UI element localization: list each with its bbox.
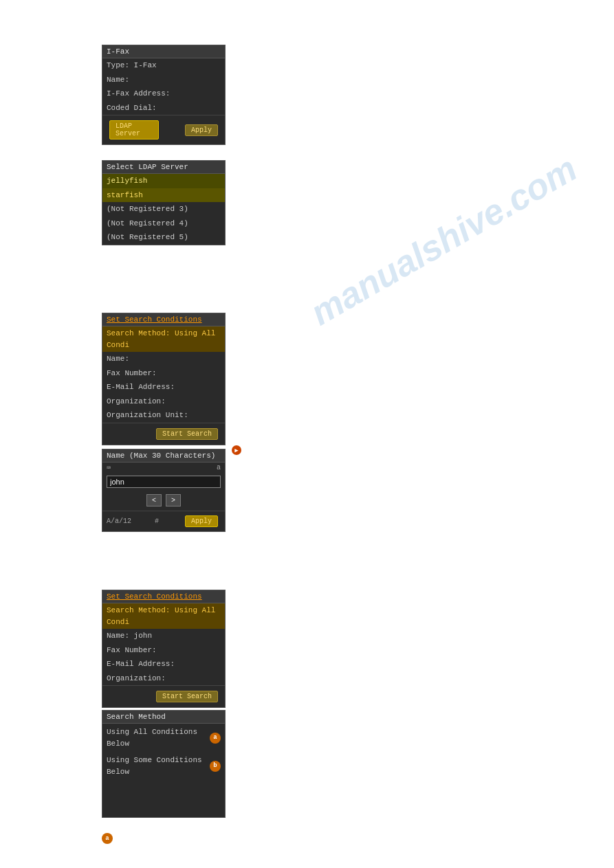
bottom-badge-a: a: [102, 833, 113, 844]
ifax-title: I-Fax: [102, 45, 225, 58]
search2-name[interactable]: Name: john: [102, 629, 225, 643]
search1-title-text: Set Search Conditions: [107, 315, 202, 324]
search1-email[interactable]: E-Mail Address:: [102, 380, 225, 394]
search2-email[interactable]: E-Mail Address:: [102, 657, 225, 671]
search1-method[interactable]: Search Method: Using All Condi: [102, 326, 225, 352]
hash-symbol: #: [155, 518, 159, 525]
ldap-item-3[interactable]: (Not Registered 3): [102, 202, 225, 216]
ifax-panel: I-Fax Type: I-Fax Name: I-Fax Address: C…: [102, 45, 226, 145]
ifax-address: I-Fax Address:: [102, 87, 225, 101]
apply-button-name[interactable]: Apply: [185, 515, 218, 527]
mode-indicator: a: [217, 464, 221, 472]
name-input-panel: Name (Max 30 Characters) ⌨ a < > A/a/12 …: [102, 449, 226, 532]
ldap-panel: Select LDAP Server jellyfish starfish (N…: [102, 160, 226, 245]
search2-fax[interactable]: Fax Number:: [102, 643, 225, 658]
method-item-all[interactable]: Using All Conditions Below a: [102, 724, 225, 752]
name-navigation-arrows: < >: [102, 490, 225, 511]
search-conditions-panel-2: Set Search Conditions Search Method: Usi…: [102, 590, 226, 708]
badge-a-method: a: [210, 733, 221, 744]
bottom-annotation: a: [102, 833, 113, 844]
badge-b-method: b: [210, 761, 221, 772]
next-arrow-button[interactable]: >: [166, 494, 181, 507]
search1-name[interactable]: Name:: [102, 352, 225, 366]
name-text-input[interactable]: [107, 476, 221, 488]
search1-org[interactable]: Organization:: [102, 394, 225, 409]
method-title: Search Method: [102, 711, 225, 724]
ifax-coded-dial: Coded Dial:: [102, 101, 225, 115]
ifax-name: Name:: [102, 73, 225, 87]
ldap-item-5[interactable]: (Not Registered 5): [102, 230, 225, 245]
method-empty-2: [102, 792, 225, 805]
ldap-item-4[interactable]: (Not Registered 4): [102, 216, 225, 231]
keyboard-icon: ⌨: [107, 464, 111, 472]
prev-arrow-button[interactable]: <: [146, 494, 162, 507]
search-method-panel: Search Method Using All Conditions Below…: [102, 710, 226, 818]
method-empty-3: [102, 805, 225, 817]
search2-method[interactable]: Search Method: Using All Condi: [102, 603, 225, 629]
arrow-indicator: ▶: [232, 445, 241, 455]
ldap-title: Select LDAP Server: [102, 161, 225, 174]
name-icons-row: ⌨ a: [102, 463, 225, 474]
start-search-button-1[interactable]: Start Search: [156, 428, 218, 440]
start-search-button-2[interactable]: Start Search: [156, 691, 218, 702]
method-empty-1: [102, 780, 225, 792]
ldap-item-jellyfish[interactable]: jellyfish: [102, 174, 225, 188]
ldap-item-starfish[interactable]: starfish: [102, 188, 225, 203]
input-mode-label: A/a/12: [107, 518, 131, 525]
search2-title: Set Search Conditions: [102, 590, 225, 603]
search1-org-unit[interactable]: Organization Unit:: [102, 408, 225, 423]
search-conditions-panel-1: Set Search Conditions Search Method: Usi…: [102, 313, 226, 445]
method-some-label: Using Some Conditions Below: [107, 755, 206, 777]
watermark: manualshive.com: [303, 148, 584, 333]
ifax-type: Type: I-Fax: [102, 58, 225, 73]
search1-fax[interactable]: Fax Number:: [102, 366, 225, 381]
name-panel-title: Name (Max 30 Characters): [102, 449, 225, 463]
name-footer: A/a/12 # Apply: [102, 511, 225, 531]
ldap-server-button[interactable]: LDAP Server: [109, 120, 159, 140]
search1-title: Set Search Conditions: [102, 313, 225, 326]
method-all-label: Using All Conditions Below: [107, 726, 206, 749]
search2-title-text: Set Search Conditions: [107, 592, 202, 601]
method-item-some[interactable]: Using Some Conditions Below b: [102, 752, 225, 780]
search2-org[interactable]: Organization:: [102, 671, 225, 686]
apply-button-ifax[interactable]: Apply: [185, 124, 218, 136]
